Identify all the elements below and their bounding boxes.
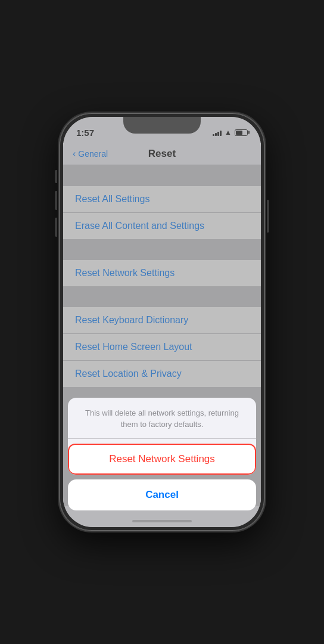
phone-frame: 1:57 ▲ ‹ Gen	[60, 113, 264, 531]
action-sheet-cancel-card: Cancel	[68, 479, 256, 510]
action-sheet: This will delete all network settings, r…	[63, 398, 261, 527]
volume-up-button	[55, 191, 57, 210]
action-sheet-message-text: This will delete all network settings, r…	[85, 408, 239, 429]
phone-screen: 1:57 ▲ ‹ Gen	[63, 117, 261, 527]
volume-down-button	[55, 218, 57, 237]
confirm-reset-label: Reset Network Settings	[109, 453, 215, 465]
action-sheet-message-container: This will delete all network settings, r…	[68, 398, 256, 439]
cancel-button[interactable]: Cancel	[68, 479, 256, 510]
confirm-reset-button[interactable]: Reset Network Settings	[68, 444, 256, 475]
action-sheet-card: This will delete all network settings, r…	[68, 398, 256, 475]
power-button	[267, 200, 269, 233]
cancel-label: Cancel	[145, 489, 179, 500]
silent-switch	[55, 170, 57, 183]
